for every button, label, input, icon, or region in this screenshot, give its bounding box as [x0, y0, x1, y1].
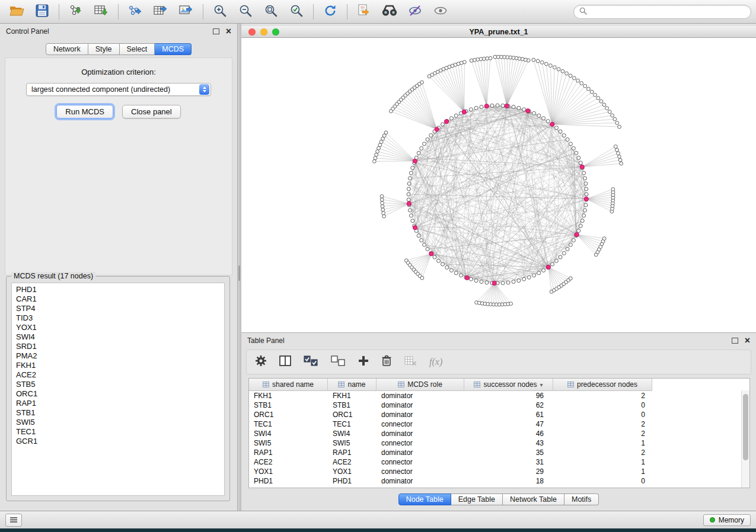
save-session-button[interactable] — [30, 2, 54, 21]
zoom-selected-icon — [289, 4, 304, 20]
table-cell: SWI5 — [249, 438, 328, 448]
tab-motifs[interactable]: Motifs — [564, 493, 599, 505]
search-input[interactable] — [591, 7, 745, 17]
graphics-details-button[interactable] — [403, 2, 427, 21]
table-row[interactable]: PHD1PHD1dominator180 — [249, 476, 749, 486]
table-row[interactable]: ORC1ORC1dominator610 — [249, 410, 749, 419]
row-filler — [652, 410, 749, 419]
table-row[interactable]: ACE2ACE2connector311 — [249, 457, 749, 467]
column-header-MCDS-role[interactable]: MCDS role — [377, 379, 464, 391]
float-table-panel-icon[interactable] — [732, 338, 738, 344]
unselect-all-icon[interactable] — [331, 355, 346, 369]
mcds-result-item[interactable]: STB5 — [12, 380, 224, 389]
settings-icon[interactable] — [255, 355, 267, 369]
mcds-result-item[interactable]: SRD1 — [12, 342, 224, 351]
table-cell: 0 — [553, 410, 652, 419]
status-bar: Memory — [0, 511, 756, 528]
tab-network-table[interactable]: Network Table — [503, 493, 564, 505]
table-row[interactable]: SWI5SWI5connector431 — [249, 438, 749, 448]
scrollbar-thumb[interactable] — [743, 394, 748, 460]
share-document-button[interactable] — [352, 2, 376, 21]
chevron-down-icon[interactable]: ▾ — [540, 382, 543, 388]
export-network-button[interactable] — [123, 2, 147, 21]
mcds-result-item[interactable]: RAP1 — [12, 399, 224, 408]
zoom-out-button[interactable] — [234, 2, 257, 21]
dropdown-stepper-icon — [199, 84, 209, 95]
zoom-in-button[interactable] — [208, 2, 232, 21]
select-all-icon[interactable] — [304, 355, 318, 369]
close-panel-button[interactable]: Close panel — [122, 105, 181, 118]
mcds-result-item[interactable]: TID3 — [12, 313, 224, 323]
toolbar-separator — [59, 4, 59, 20]
mcds-result-item[interactable]: ACE2 — [12, 370, 224, 380]
zoom-fit-button[interactable] — [259, 2, 283, 21]
table-cell: 96 — [464, 391, 553, 400]
table-cell: dominator — [377, 410, 464, 419]
table-row[interactable]: SWI4SWI4dominator462 — [249, 429, 749, 438]
table-cell: connector — [377, 438, 464, 448]
column-header-successor-nodes[interactable]: successor nodes▾ — [464, 379, 553, 391]
mcds-result-item[interactable]: FKH1 — [12, 361, 224, 370]
mcds-result-item[interactable]: SWI4 — [12, 332, 224, 342]
zoom-selected-button[interactable] — [285, 2, 308, 21]
tab-style[interactable]: Style — [88, 43, 120, 55]
save-session-icon — [36, 4, 49, 20]
float-panel-icon[interactable] — [213, 28, 219, 34]
table-row[interactable]: YOX1YOX1connector291 — [249, 467, 749, 476]
refresh-icon — [323, 4, 337, 20]
mcds-result-item[interactable]: YOX1 — [12, 323, 224, 332]
tab-edge-table[interactable]: Edge Table — [451, 493, 503, 505]
find-button[interactable] — [378, 2, 401, 21]
show-columns-icon[interactable] — [279, 355, 291, 368]
import-network-button[interactable] — [64, 2, 88, 21]
mcds-result-list[interactable]: PHD1CAR1STP4TID3YOX1SWI4SRD1PMA2FKH1ACE2… — [11, 283, 225, 496]
table-row[interactable]: RAP1RAP1dominator352 — [249, 448, 749, 457]
column-header-name[interactable]: name — [328, 379, 377, 391]
table-cell: dominator — [377, 429, 464, 438]
mcds-result-item[interactable]: GCR1 — [12, 437, 224, 446]
mcds-result-title: MCDS result (17 nodes) — [11, 272, 95, 280]
table-cell: RAP1 — [249, 448, 328, 457]
delete-icon[interactable] — [381, 355, 392, 369]
table-row[interactable]: FKH1FKH1dominator962 — [249, 391, 749, 400]
task-list-icon — [9, 515, 18, 525]
mcds-result-item[interactable]: CAR1 — [12, 294, 224, 304]
table-tabs: Node Table Edge Table Network Table Moti… — [398, 493, 599, 505]
tab-select[interactable]: Select — [120, 43, 155, 55]
network-window: YPA_prune.txt_1 — [241, 26, 756, 332]
memory-button[interactable]: Memory — [703, 514, 751, 526]
mcds-result-item[interactable]: SWI5 — [12, 418, 224, 427]
table-cell: STB1 — [328, 400, 377, 410]
show-hide-button[interactable] — [429, 2, 452, 21]
table-panel-header: Table Panel × — [241, 333, 756, 348]
column-header-shared-name[interactable]: shared name — [249, 379, 328, 391]
open-file-button[interactable] — [5, 2, 28, 21]
task-history-button[interactable] — [5, 514, 22, 527]
tab-mcds[interactable]: MCDS — [155, 43, 192, 55]
mcds-result-item[interactable]: PHD1 — [12, 285, 224, 294]
mcds-result-item[interactable]: STP4 — [12, 304, 224, 313]
table-cell: STB1 — [249, 400, 328, 410]
column-header-predecessor-nodes[interactable]: predecessor nodes — [553, 379, 652, 391]
close-panel-icon[interactable]: × — [226, 28, 231, 35]
tab-network[interactable]: Network — [46, 43, 88, 55]
run-mcds-button[interactable]: Run MCDS — [56, 105, 113, 118]
export-table-button[interactable] — [149, 2, 173, 21]
table-cell: 2 — [553, 391, 652, 400]
mcds-result-item[interactable]: PMA2 — [12, 351, 224, 361]
export-image-button[interactable] — [174, 2, 198, 21]
refresh-button[interactable] — [318, 2, 342, 21]
mcds-result-item[interactable]: STB1 — [12, 408, 224, 418]
table-row[interactable]: STB1STB1dominator620 — [249, 400, 749, 410]
table-row[interactable]: TEC1TEC1connector472 — [249, 419, 749, 429]
mcds-result-item[interactable]: TEC1 — [12, 427, 224, 437]
mcds-result-item[interactable]: ORC1 — [12, 389, 224, 399]
table-cell: SWI5 — [328, 438, 377, 448]
import-table-button[interactable] — [90, 2, 113, 21]
tab-node-table[interactable]: Node Table — [398, 493, 451, 505]
add-icon[interactable] — [358, 355, 369, 368]
close-table-panel-icon[interactable]: × — [745, 337, 750, 344]
table-scrollbar[interactable] — [741, 390, 749, 488]
optimization-criterion-select[interactable]: largest connected component (undirected) — [26, 83, 211, 96]
network-canvas[interactable] — [241, 38, 756, 332]
